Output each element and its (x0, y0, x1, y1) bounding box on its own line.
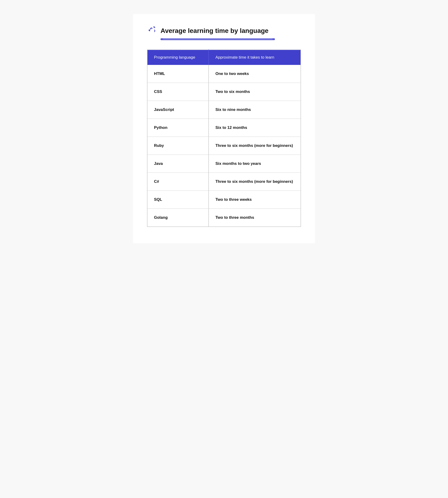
language-cell: HTML (147, 65, 208, 83)
table-header-row: Programming language Approximate time it… (147, 50, 301, 65)
header-section: Average learning time by language (147, 26, 301, 40)
time-cell: Six to nine months (208, 101, 301, 119)
language-cell: JavaScript (147, 101, 208, 119)
table-row: JavaScriptSix to nine months (147, 101, 301, 119)
language-cell: Java (147, 155, 208, 173)
time-cell: One to two weeks (208, 65, 301, 83)
doodle-icon (147, 26, 157, 36)
col1-header: Programming language (147, 50, 208, 65)
language-cell: SQL (147, 191, 208, 209)
time-cell: Two to three months (208, 209, 301, 227)
time-cell: Six to 12 months (208, 119, 301, 137)
table-row: HTMLOne to two weeks (147, 65, 301, 83)
page-container: Average learning time by language Progra… (133, 14, 315, 243)
language-cell: C# (147, 173, 208, 191)
time-cell: Six months to two years (208, 155, 301, 173)
language-cell: CSS (147, 83, 208, 101)
time-cell: Three to six months (more for beginners) (208, 137, 301, 155)
page-title: Average learning time by language (160, 27, 269, 34)
table-row: SQLTwo to three weeks (147, 191, 301, 209)
table-row: CSSTwo to six months (147, 83, 301, 101)
language-cell: Golang (147, 209, 208, 227)
learning-table: Programming language Approximate time it… (147, 50, 301, 227)
table-row: GolangTwo to three months (147, 209, 301, 227)
table-row: C#Three to six months (more for beginner… (147, 173, 301, 191)
time-cell: Three to six months (more for beginners) (208, 173, 301, 191)
table-row: RubyThree to six months (more for beginn… (147, 137, 301, 155)
time-cell: Two to six months (208, 83, 301, 101)
col2-header: Approximate time it takes to learn (208, 50, 301, 65)
title-row: Average learning time by language (147, 26, 301, 36)
table-row: JavaSix months to two years (147, 155, 301, 173)
table-row: PythonSix to 12 months (147, 119, 301, 137)
title-underline (160, 38, 275, 40)
language-cell: Python (147, 119, 208, 137)
language-cell: Ruby (147, 137, 208, 155)
time-cell: Two to three weeks (208, 191, 301, 209)
